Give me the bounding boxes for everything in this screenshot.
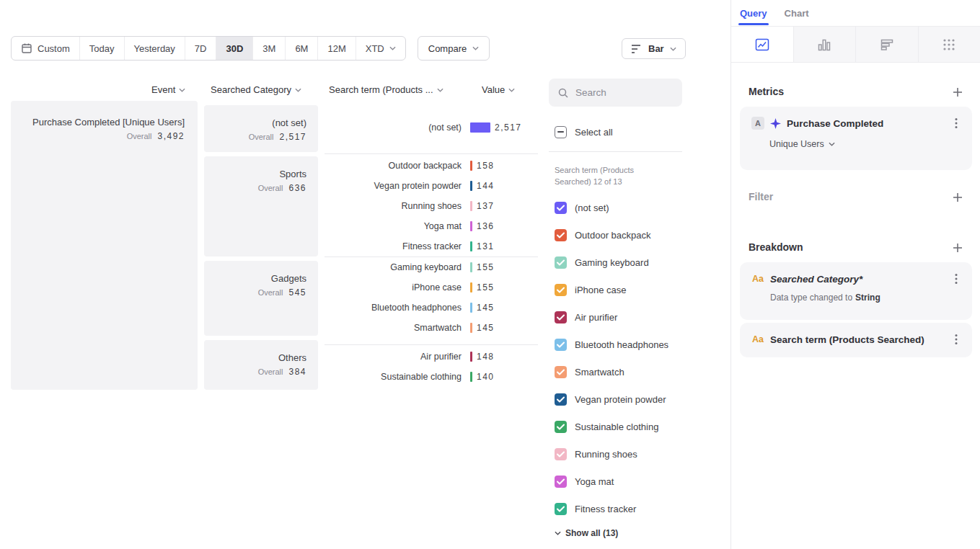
- search-box[interactable]: [549, 79, 682, 107]
- checkbox-checked[interactable]: [555, 366, 567, 378]
- range-today-button[interactable]: Today: [79, 37, 124, 60]
- category-cell-others[interactable]: Others Overall 384: [204, 340, 318, 390]
- query-builder-panel: Query Chart: [730, 0, 980, 549]
- custom-date-button[interactable]: Custom: [12, 37, 79, 60]
- range-7d-button[interactable]: 7D: [185, 37, 216, 60]
- checkbox-checked[interactable]: [555, 503, 567, 515]
- show-all-button[interactable]: Show all (13): [555, 528, 618, 538]
- checkbox-checked[interactable]: [555, 476, 567, 488]
- list-item-label: Outdoor backpack: [575, 230, 651, 241]
- kebab-menu-icon[interactable]: [952, 332, 961, 347]
- column-header-term[interactable]: Search term (Products ...: [329, 84, 443, 95]
- value-bar: [470, 181, 472, 191]
- term-label: Yoga mat: [325, 221, 462, 231]
- term-label: (not set): [325, 122, 462, 133]
- list-item[interactable]: Air purifier: [555, 303, 668, 331]
- list-item-label: Sustainable clothing: [575, 421, 658, 432]
- breakdown-card-search-term[interactable]: Aa Search term (Products Searched): [740, 323, 972, 357]
- data-type-note: Data type changed to String: [770, 293, 880, 303]
- list-item[interactable]: Bluetooth headphones: [555, 331, 668, 358]
- list-item[interactable]: Running shoes: [555, 440, 668, 468]
- category-cell-sports[interactable]: Sports Overall 636: [204, 156, 318, 256]
- table-row[interactable]: iPhone case 155: [325, 277, 538, 298]
- category-overall: Overall 2,517: [249, 132, 306, 142]
- value-text: 140: [477, 372, 495, 382]
- value-text: 131: [477, 241, 495, 251]
- range-xtd-button[interactable]: XTD: [356, 37, 405, 60]
- tab-metric-grid[interactable]: [919, 27, 980, 62]
- tab-bar-chart[interactable]: [794, 27, 857, 62]
- search-input[interactable]: [575, 87, 674, 98]
- list-item-label: iPhone case: [575, 285, 627, 295]
- table-row[interactable]: (not set) 2,517: [325, 117, 538, 138]
- table-row[interactable]: Sustainable clothing 140: [325, 367, 538, 387]
- category-cell-gadgets[interactable]: Gadgets Overall 545: [204, 261, 318, 336]
- list-item[interactable]: Vegan protein powder: [555, 385, 668, 413]
- kebab-menu-icon[interactable]: [952, 272, 961, 286]
- add-breakdown-button[interactable]: [948, 238, 967, 257]
- add-metric-button[interactable]: [948, 83, 967, 102]
- table-row[interactable]: Smartwatch 145: [325, 318, 538, 338]
- category-cell-not-set[interactable]: (not set) Overall 2,517: [204, 105, 318, 152]
- checkbox-checked[interactable]: [555, 284, 567, 296]
- range-6m-button[interactable]: 6M: [285, 37, 317, 60]
- list-item[interactable]: Smartwatch: [555, 358, 668, 385]
- checkbox-checked[interactable]: [555, 202, 567, 214]
- category-overall: Overall 545: [258, 287, 306, 298]
- table-row[interactable]: Running shoes 137: [325, 196, 538, 216]
- table-row[interactable]: Air purifier 148: [325, 347, 538, 367]
- range-30d-button[interactable]: 30D: [216, 37, 252, 60]
- tab-chart[interactable]: Chart: [785, 8, 809, 19]
- checkbox-checked[interactable]: [555, 229, 567, 241]
- list-item[interactable]: Fitness tracker: [555, 495, 668, 522]
- term-group: Gaming keyboard 155 iPhone case 155 Blue…: [325, 256, 538, 344]
- value-text: 145: [477, 323, 495, 333]
- compare-button[interactable]: Compare: [418, 36, 490, 61]
- sort-chevron-icon: [437, 88, 443, 92]
- tab-stacked-chart[interactable]: [856, 27, 919, 62]
- event-cell[interactable]: Purchase Completed [Unique Users] Overal…: [11, 101, 198, 390]
- select-all-checkbox[interactable]: [555, 126, 567, 138]
- series-letter-badge: A: [751, 117, 764, 130]
- column-header-event[interactable]: Event: [151, 84, 185, 95]
- kebab-menu-icon[interactable]: [952, 116, 961, 130]
- metric-card[interactable]: A Purchase Completed Unique Users: [740, 107, 972, 170]
- list-item[interactable]: iPhone case: [555, 276, 668, 303]
- table-row[interactable]: Bluetooth headphones 145: [325, 298, 538, 318]
- range-3m-button[interactable]: 3M: [252, 37, 285, 60]
- list-item-label: Air purifier: [575, 312, 617, 323]
- table-row[interactable]: Outdoor backpack 158: [325, 156, 538, 176]
- breakdown-card-searched-category[interactable]: Aa Searched Category* Data type changed …: [740, 262, 972, 320]
- value-text: 155: [477, 282, 495, 293]
- range-yesterday-button[interactable]: Yesterday: [124, 37, 185, 60]
- measure-dropdown[interactable]: Unique Users: [769, 139, 961, 149]
- column-header-category[interactable]: Searched Category: [211, 84, 301, 95]
- list-item[interactable]: Outdoor backpack: [555, 221, 668, 249]
- tab-query[interactable]: Query: [740, 8, 767, 19]
- list-item[interactable]: Yoga mat: [555, 468, 668, 495]
- checkbox-checked[interactable]: [555, 448, 567, 460]
- table-row[interactable]: Yoga mat 136: [325, 216, 538, 236]
- tab-line-chart[interactable]: [731, 27, 794, 62]
- list-item-label: Running shoes: [575, 449, 637, 460]
- category-name: Gadgets: [271, 273, 306, 284]
- string-property-icon: Aa: [751, 274, 764, 284]
- checkbox-checked[interactable]: [555, 421, 567, 433]
- select-all-row[interactable]: Select all: [555, 126, 613, 138]
- table-row[interactable]: Vegan protein powder 144: [325, 176, 538, 196]
- column-header-value[interactable]: Value: [482, 84, 515, 95]
- list-item[interactable]: (not set): [555, 194, 668, 221]
- add-filter-button[interactable]: [948, 188, 967, 207]
- checkbox-checked[interactable]: [555, 339, 567, 351]
- table-row[interactable]: Fitness tracker 131: [325, 236, 538, 256]
- list-item[interactable]: Sustainable clothing: [555, 413, 668, 440]
- value-bar: [470, 372, 472, 382]
- checkbox-checked[interactable]: [555, 311, 567, 323]
- checkbox-checked[interactable]: [555, 393, 567, 406]
- sort-chevron-icon: [179, 88, 185, 92]
- list-item[interactable]: Gaming keyboard: [555, 249, 668, 276]
- search-term-rows: (not set) 2,517 Outdoor backpack 158 Veg…: [325, 117, 538, 387]
- range-12m-button[interactable]: 12M: [317, 37, 355, 60]
- table-row[interactable]: Gaming keyboard 155: [325, 257, 538, 277]
- checkbox-checked[interactable]: [555, 256, 567, 269]
